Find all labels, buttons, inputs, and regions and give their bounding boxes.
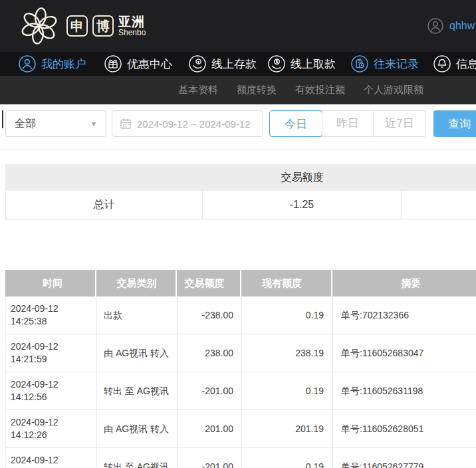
cell-amount: -201.00: [178, 372, 242, 410]
column-header-time: 时间: [5, 270, 96, 296]
cell-time: 2024-09-12 14:25:38: [6, 296, 97, 334]
yesterday-button[interactable]: 昨日: [322, 111, 374, 136]
category-select[interactable]: 全部 ▼: [5, 110, 106, 137]
cell-balance: 238.19: [242, 334, 333, 372]
cell-type: 转出 至 AG视讯: [97, 448, 178, 468]
last7days-button[interactable]: 近7日: [374, 111, 425, 136]
cell-balance: 201.19: [242, 410, 333, 447]
cell-summary: 单号:116052683047: [333, 334, 476, 372]
nav-label: 信息: [456, 57, 476, 72]
nav-item-promotions[interactable]: 优惠中心: [104, 52, 172, 76]
summary-total-label: 总计: [5, 191, 203, 219]
top-header: 申 博 亚洲 Shenbo qhhw: [0, 0, 476, 52]
cell-time: 2024-09-12 14:12:23: [6, 448, 97, 468]
summary-header-empty: [402, 164, 476, 191]
date-range-value: 2024-09-12 ~ 2024-09-12: [137, 118, 251, 130]
subnav-item-valid-bets[interactable]: 有效投注额: [295, 84, 345, 96]
cell-type: 出款: [97, 296, 178, 334]
summary-total-row: 总计 -1.25: [5, 191, 476, 219]
cell-type: 由 AG视讯 转入: [97, 334, 178, 372]
transactions-table: 时间 交易类别 交易额度 现有额度 摘要 2024-09-12 14:25:38…: [5, 270, 476, 468]
search-button[interactable]: 查询: [433, 110, 476, 137]
nav-label: 我的账户: [41, 57, 86, 72]
summary-header-empty: [5, 164, 203, 191]
chevron-down-icon: ▼: [90, 120, 97, 128]
cell-time: 2024-09-12 14:21:59: [6, 334, 97, 372]
deposit-icon: [189, 55, 206, 72]
logo-region-text: 亚洲: [118, 15, 146, 29]
column-header-type: 交易类别: [96, 270, 177, 296]
table-row: 2024-09-12 14:12:23 转出 至 AG视讯 -201.00 0.…: [5, 448, 476, 468]
cell-amount: 238.00: [178, 334, 242, 372]
cell-balance: 0.19: [242, 296, 333, 334]
table-row: 2024-09-12 14:25:38 出款 -238.00 0.19 单号:7…: [5, 296, 476, 334]
brand-logo[interactable]: 申 博 亚洲 Shenbo: [19, 5, 146, 47]
sub-navigation: 基本资料 额度转换 有效投注额 个人游戏限额: [0, 76, 476, 104]
nav-label: 线上存款: [211, 57, 257, 72]
column-header-balance: 现有额度: [241, 270, 332, 296]
cell-amount: 201.00: [178, 410, 242, 447]
logo-char-bo: 博: [92, 15, 114, 37]
table-row: 2024-09-12 14:21:59 由 AG视讯 转入 238.00 238…: [5, 334, 476, 372]
nav-item-deposit[interactable]: 线上存款: [189, 52, 257, 76]
cell-summary: 单号:116052627779: [333, 448, 476, 468]
avatar-icon: [427, 18, 443, 34]
summary-table-header: 交易额度: [5, 164, 476, 191]
transactions-page: { "header": { "logo": { "box1": "申", "bo…: [0, 0, 476, 468]
bell-icon: [433, 55, 451, 72]
logo-subtitle: Shenbo: [118, 29, 146, 37]
subnav-item-basic-info[interactable]: 基本资料: [178, 84, 218, 96]
column-header-summary: 摘要: [332, 270, 476, 296]
nav-item-messages[interactable]: 信息: [433, 52, 476, 76]
table-row: 2024-09-12 14:12:26 由 AG视讯 转入 201.00 201…: [5, 410, 476, 448]
summary-table: 交易额度 总计 -1.25: [5, 164, 476, 219]
username-text: qhhw: [449, 20, 475, 32]
flower-logo-icon: [19, 5, 60, 47]
cell-amount: -238.00: [178, 296, 242, 334]
cell-time: 2024-09-12 14:12:26: [6, 410, 97, 447]
cell-time: 2024-09-12 14:12:56: [6, 372, 97, 410]
user-account[interactable]: qhhw: [427, 18, 475, 34]
date-range-input[interactable]: 2024-09-12 ~ 2024-09-12: [112, 110, 263, 137]
quick-date-buttons: 今日 昨日 近7日: [269, 110, 426, 137]
nav-item-transaction-records[interactable]: 往来记录: [351, 52, 419, 76]
cell-balance: 0.19: [242, 448, 333, 468]
cell-summary: 单号:116052628051: [333, 410, 476, 447]
nav-label: 优惠中心: [127, 57, 172, 72]
cell-summary: 单号:116052631198: [333, 372, 476, 410]
main-navigation: 我的账户 优惠中心 线上存款: [0, 52, 476, 76]
calendar-icon: [120, 118, 132, 130]
cell-amount: -201.00: [178, 448, 242, 468]
subnav-item-game-limits[interactable]: 个人游戏限额: [364, 84, 423, 96]
cell-balance: 0.19: [242, 372, 333, 410]
today-button[interactable]: 今日: [269, 110, 322, 137]
left-edge-mark: [2, 110, 3, 128]
table-row: 2024-09-12 14:12:56 转出 至 AG视讯 -201.00 0.…: [5, 372, 476, 410]
nav-item-my-account[interactable]: 我的账户: [19, 52, 86, 76]
section-divider: [0, 150, 476, 150]
cell-type: 由 AG视讯 转入: [97, 410, 178, 447]
logo-char-shen: 申: [66, 15, 88, 37]
cell-summary: 单号:702132366: [333, 296, 476, 334]
subnav-item-credit-transfer[interactable]: 额度转换: [237, 84, 277, 96]
records-icon: [351, 55, 368, 72]
cell-type: 转出 至 AG视讯: [97, 372, 178, 410]
nav-label: 往来记录: [374, 57, 419, 72]
column-header-amount: 交易额度: [177, 270, 241, 296]
nav-item-withdraw[interactable]: 线上取款: [268, 52, 336, 76]
nav-label: 线上取款: [291, 57, 336, 72]
category-select-value: 全部: [15, 117, 90, 131]
summary-header-amount: 交易额度: [203, 164, 402, 191]
summary-total-value: -1.25: [203, 191, 402, 219]
transactions-table-header: 时间 交易类别 交易额度 现有额度 摘要: [5, 270, 476, 296]
gift-icon: [104, 55, 122, 72]
user-icon: [19, 55, 36, 72]
withdraw-icon: [268, 55, 285, 72]
summary-total-empty: [402, 191, 476, 219]
logo-characters: 申 博: [66, 15, 118, 37]
